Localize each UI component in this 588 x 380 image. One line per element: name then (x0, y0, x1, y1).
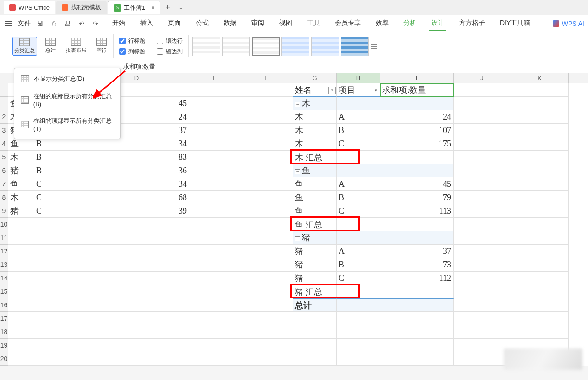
cell[interactable]: 73 (380, 258, 454, 272)
col-header-J[interactable]: J (454, 73, 511, 83)
cell[interactable] (189, 137, 241, 151)
cell[interactable]: 鱼 (8, 137, 34, 151)
cell[interactable]: 猪 (293, 258, 337, 272)
cell[interactable] (380, 298, 454, 312)
tab-workbook[interactable]: S 工作簿1 (108, 1, 160, 14)
cell[interactable] (380, 218, 454, 231)
cell[interactable] (189, 97, 241, 110)
cell[interactable]: 猪 (8, 204, 34, 218)
cell[interactable]: C (34, 191, 84, 204)
cell[interactable] (241, 339, 293, 352)
gallery-more-button[interactable] (371, 44, 379, 49)
cell[interactable] (8, 298, 34, 312)
row-header-11[interactable]: 11 (0, 231, 8, 245)
cell[interactable] (511, 177, 569, 191)
cell[interactable] (241, 312, 293, 325)
cell[interactable] (454, 110, 511, 124)
cell[interactable] (337, 231, 380, 245)
cell[interactable]: B (34, 151, 84, 164)
cell[interactable] (293, 352, 337, 366)
cell[interactable]: 34 (84, 177, 189, 191)
cell[interactable] (293, 325, 337, 339)
cell[interactable]: 鱼 (8, 177, 34, 191)
cell[interactable] (454, 325, 511, 339)
cell[interactable]: A (337, 110, 380, 124)
col-header-K[interactable]: K (511, 73, 569, 83)
subtotal-button[interactable]: 分类汇总 (12, 37, 37, 56)
menu-review[interactable]: 审阅 (249, 16, 266, 31)
cell[interactable] (189, 83, 241, 97)
cell[interactable] (241, 164, 293, 177)
cell[interactable] (511, 245, 569, 258)
cell[interactable] (380, 97, 454, 110)
cell[interactable] (34, 258, 84, 272)
cell[interactable] (34, 272, 84, 285)
band-col-checkbox[interactable] (157, 48, 163, 55)
menu-design[interactable]: 设计 (429, 16, 446, 31)
cell[interactable]: B (34, 164, 84, 177)
cell[interactable] (189, 258, 241, 272)
row-header-6[interactable]: 6 (0, 164, 8, 177)
cell[interactable] (34, 298, 84, 312)
cell[interactable] (241, 204, 293, 218)
cell[interactable]: C (337, 204, 380, 218)
col-header-F[interactable]: F (241, 73, 293, 83)
cell[interactable] (189, 272, 241, 285)
cell[interactable] (454, 218, 511, 231)
cell[interactable]: −猪 (293, 231, 337, 245)
cell[interactable] (241, 245, 293, 258)
collapse-icon[interactable]: − (295, 169, 300, 174)
cell[interactable]: 112 (380, 272, 454, 285)
tab-wps-office[interactable]: WPS Office (4, 1, 55, 14)
cell[interactable]: 鱼 (293, 177, 337, 191)
cell[interactable] (8, 272, 34, 285)
style-swatch-3[interactable] (252, 37, 280, 56)
cell[interactable] (293, 312, 337, 325)
cell[interactable]: 木 (293, 124, 337, 137)
cell[interactable] (454, 137, 511, 151)
menu-analysis[interactable]: 分析 (402, 16, 418, 31)
col-header-I[interactable]: I (380, 73, 454, 83)
menu-diy[interactable]: DIY工具箱 (498, 16, 532, 31)
menu-formula[interactable]: 公式 (194, 16, 211, 31)
cell[interactable] (380, 285, 454, 298)
layout-button[interactable]: 报表布局 (64, 37, 88, 56)
cell[interactable]: 总计 (293, 298, 337, 312)
cell[interactable] (511, 124, 569, 137)
row-header-8[interactable]: 8 (0, 191, 8, 204)
cell[interactable] (241, 83, 293, 97)
row-header-12[interactable]: 12 (0, 245, 8, 258)
menu-ai[interactable]: WPS AI (553, 20, 584, 27)
cell[interactable] (511, 285, 569, 298)
cell[interactable] (454, 312, 511, 325)
undo-icon[interactable]: ↶ (77, 19, 86, 28)
cell[interactable]: C (34, 177, 84, 191)
select-all-corner[interactable] (0, 73, 8, 83)
cell[interactable] (8, 258, 34, 272)
cell[interactable] (337, 164, 380, 177)
cell[interactable] (337, 339, 380, 352)
cell[interactable] (511, 151, 569, 164)
cell[interactable]: −木 (293, 97, 337, 110)
cell[interactable] (34, 339, 84, 352)
row-header-17[interactable]: 17 (0, 312, 8, 325)
cell[interactable]: 猪 (293, 272, 337, 285)
cell[interactable] (511, 191, 569, 204)
cell[interactable] (241, 191, 293, 204)
cell[interactable] (189, 312, 241, 325)
cell[interactable]: 木 (8, 151, 34, 164)
tab-add-button[interactable]: + (161, 3, 174, 13)
row-header-9[interactable]: 9 (0, 204, 8, 218)
cell[interactable] (511, 137, 569, 151)
menu-member[interactable]: 会员专享 (333, 16, 363, 31)
redo-icon[interactable]: ↷ (91, 19, 100, 28)
cell[interactable]: C (337, 137, 380, 151)
cell[interactable] (380, 352, 454, 366)
cell[interactable]: 36 (84, 164, 189, 177)
check-col-header[interactable]: 列标题 (119, 48, 145, 56)
cell[interactable] (454, 285, 511, 298)
cell[interactable] (241, 285, 293, 298)
style-swatch-6[interactable] (341, 37, 369, 56)
cell[interactable] (454, 245, 511, 258)
cell[interactable] (454, 298, 511, 312)
